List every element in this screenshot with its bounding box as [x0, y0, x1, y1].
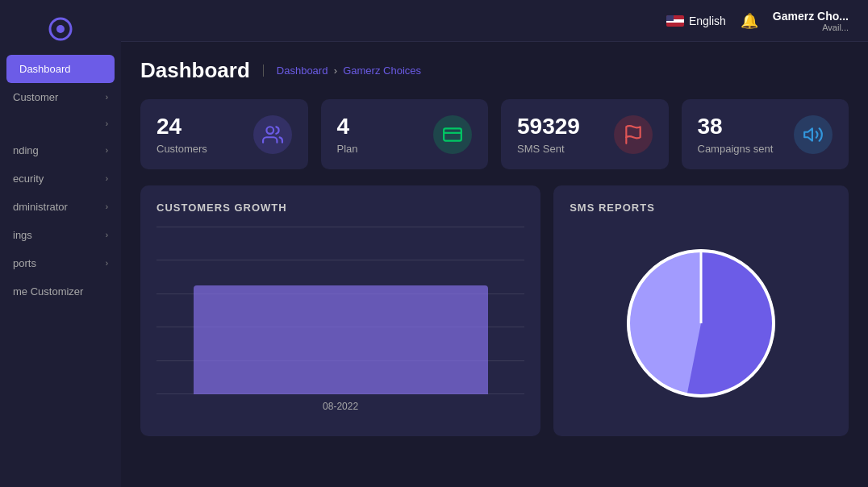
plan-number: 4 [337, 114, 358, 139]
sidebar-logo [0, 8, 121, 55]
sms-icon [614, 115, 653, 154]
sms-reports-title: SMS REPORTS [570, 202, 833, 214]
grid-line [156, 260, 524, 260]
grid-line [156, 227, 524, 227]
chevron-icon: › [106, 146, 108, 155]
content-area: Dashboard Dashboard › Gamerz Choices 24 … [121, 42, 868, 487]
sidebar-item-reports[interactable]: ports › [0, 249, 121, 277]
plan-icon [433, 115, 472, 154]
customers-growth-title: CUSTOMERS GROWTH [156, 202, 524, 214]
sidebar-label: nding [13, 144, 39, 156]
header: English 🔔 Gamerz Cho... Avail... [121, 0, 868, 42]
language-label: English [689, 15, 726, 27]
chevron-icon: › [106, 231, 108, 239]
svg-rect-3 [444, 128, 461, 140]
sidebar-label: me Customizer [13, 285, 83, 298]
sidebar-item-dashboard[interactable]: Dashboard [6, 55, 115, 83]
bar-segment [194, 285, 488, 394]
bottom-panels: CUSTOMERS GROWTH [140, 185, 849, 436]
sms-reports-panel: SMS REPORTS [553, 185, 849, 436]
user-status: Avail... [822, 23, 849, 32]
sidebar-item-nding[interactable]: nding › [0, 136, 121, 164]
sidebar-item-theme[interactable]: me Customizer [0, 277, 121, 306]
stat-cards: 24 Customers 4 Plan [140, 99, 849, 169]
sidebar-label: ecurity [13, 173, 44, 185]
breadcrumb-base: Dashboard [277, 65, 328, 77]
page-title: Dashboard [140, 58, 250, 83]
campaigns-label: Campaigns sent [698, 143, 774, 155]
sidebar-item-customer[interactable]: Customer › [0, 83, 121, 111]
breadcrumb-current: Gamerz Choices [343, 65, 421, 77]
customers-label: Customers [156, 143, 207, 155]
pie-chart [620, 243, 782, 404]
stat-card-plan: 4 Plan [321, 99, 489, 169]
bar-chart: 08-2022 [156, 227, 524, 412]
stat-card-customers: 24 Customers [140, 99, 308, 169]
plan-label: Plan [337, 143, 358, 155]
chevron-icon: › [106, 174, 108, 183]
customers-number: 24 [156, 114, 207, 139]
sidebar-label: ings [13, 229, 32, 241]
campaigns-number: 38 [698, 114, 774, 139]
sidebar-label: ports [13, 257, 36, 269]
pie-chart-container [570, 227, 833, 420]
svg-marker-5 [804, 128, 812, 140]
sidebar-label: Customer [13, 91, 58, 103]
chevron-icon: › [106, 93, 108, 102]
sidebar-item-security[interactable]: ecurity › [0, 164, 121, 193]
chevron-icon: › [106, 202, 108, 211]
flag-icon [666, 15, 684, 27]
svg-point-1 [56, 25, 65, 33]
user-info: Gamerz Cho... Avail... [773, 10, 849, 32]
sidebar-item-administrator[interactable]: dministrator › [0, 193, 121, 221]
sidebar-label: dministrator [13, 201, 68, 213]
breadcrumb: Dashboard › Gamerz Choices [263, 65, 421, 77]
sidebar: Dashboard Customer › › nding › ecurity ›… [0, 0, 121, 487]
bar-chart-x-label: 08-2022 [156, 401, 524, 412]
sidebar-item-empty[interactable]: › [0, 111, 121, 136]
stat-card-sms: 59329 SMS Sent [501, 99, 669, 169]
customers-growth-panel: CUSTOMERS GROWTH [140, 185, 540, 436]
page-title-row: Dashboard Dashboard › Gamerz Choices [140, 58, 849, 83]
sms-number: 59329 [517, 114, 580, 139]
svg-point-2 [266, 127, 273, 134]
customers-icon [253, 115, 292, 154]
language-selector[interactable]: English [666, 15, 726, 27]
user-name: Gamerz Cho... [773, 10, 849, 23]
sidebar-item-settings[interactable]: ings › [0, 221, 121, 249]
campaigns-icon [794, 115, 833, 154]
sms-label: SMS Sent [517, 143, 580, 155]
notifications-bell[interactable]: 🔔 [741, 12, 758, 30]
sidebar-label: Dashboard [19, 63, 71, 75]
stat-card-campaigns: 38 Campaigns sent [682, 99, 849, 169]
chevron-icon: › [106, 119, 108, 128]
chevron-icon: › [106, 259, 108, 268]
main-area: English 🔔 Gamerz Cho... Avail... Dashboa… [121, 0, 868, 487]
